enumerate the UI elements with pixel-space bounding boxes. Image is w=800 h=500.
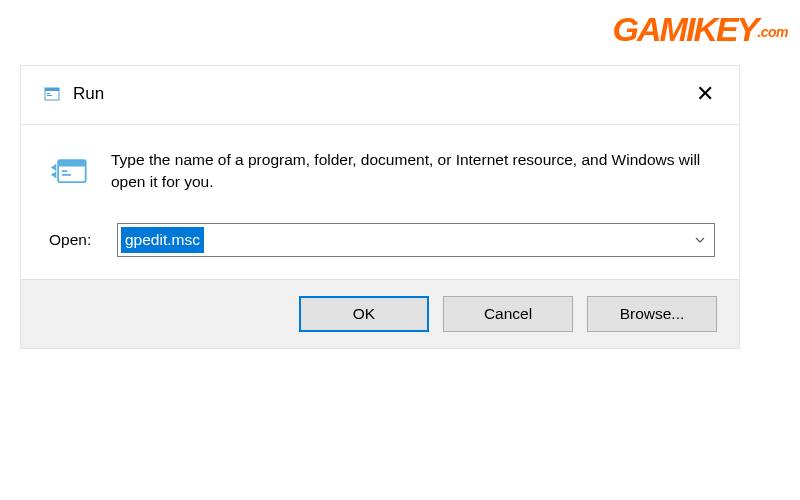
watermark-suffix: .com <box>757 24 788 40</box>
browse-button[interactable]: Browse... <box>587 296 717 332</box>
svg-rect-7 <box>62 174 71 176</box>
run-title-icon <box>43 84 63 104</box>
svg-rect-1 <box>45 88 59 91</box>
watermark-main: GAMI <box>613 10 694 48</box>
info-row: Type the name of a program, folder, docu… <box>49 149 715 195</box>
run-program-icon <box>49 151 93 195</box>
brand-watermark: GAMIKEY.com <box>613 12 788 46</box>
svg-rect-3 <box>47 95 52 96</box>
input-row: Open: gpedit.msc <box>49 223 715 257</box>
dialog-content: Type the name of a program, folder, docu… <box>21 125 739 279</box>
open-label: Open: <box>49 231 99 249</box>
titlebar: Run ✕ <box>21 66 739 124</box>
svg-rect-5 <box>58 160 86 166</box>
svg-rect-6 <box>62 170 68 172</box>
combobox-dropdown-button[interactable] <box>686 224 714 256</box>
button-bar: OK Cancel Browse... <box>21 279 739 348</box>
close-icon: ✕ <box>696 81 714 107</box>
svg-rect-2 <box>47 93 50 94</box>
open-input[interactable] <box>118 224 686 256</box>
titlebar-left: Run <box>43 84 104 104</box>
chevron-down-icon <box>694 234 706 246</box>
cancel-button[interactable]: Cancel <box>443 296 573 332</box>
watermark-key: KEY <box>693 10 757 48</box>
dialog-title: Run <box>73 84 104 104</box>
run-dialog: Run ✕ Type the name of a program, folder… <box>20 65 740 349</box>
close-button[interactable]: ✕ <box>689 78 721 110</box>
ok-button[interactable]: OK <box>299 296 429 332</box>
open-combobox[interactable]: gpedit.msc <box>117 223 715 257</box>
dialog-description: Type the name of a program, folder, docu… <box>111 149 715 195</box>
